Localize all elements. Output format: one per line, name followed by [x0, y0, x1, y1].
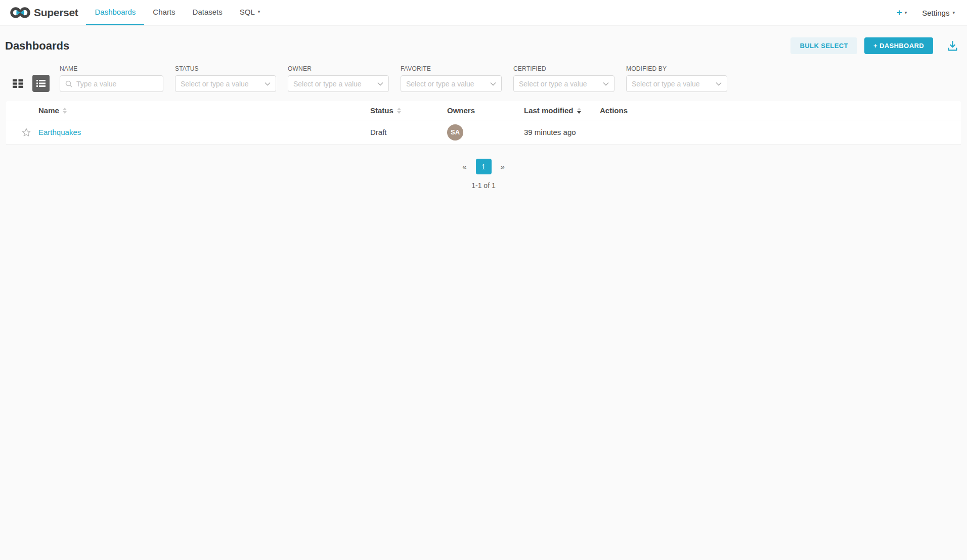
filter-modified-by: MODIFIED BY Select or type a value	[626, 65, 727, 92]
chevron-down-icon: ▾	[905, 11, 907, 15]
filter-modified-by-label: MODIFIED BY	[626, 65, 727, 72]
star-icon	[21, 127, 31, 137]
last-modified-value: 39 minutes ago	[524, 128, 576, 136]
filter-status: STATUS Select or type a value	[175, 65, 276, 92]
filter-owner: OWNER Select or type a value	[288, 65, 389, 92]
filter-name: NAME	[60, 65, 163, 92]
filter-certified: CERTIFIED Select or type a value	[513, 65, 614, 92]
page-header: Dashboards BULK SELECT + DASHBOARD	[0, 26, 967, 62]
modified-by-filter-select[interactable]: Select or type a value	[626, 75, 727, 92]
grid-view-icon	[13, 79, 23, 88]
certified-filter-select[interactable]: Select or type a value	[513, 75, 614, 92]
prev-page-button[interactable]: «	[458, 160, 470, 173]
table-header-row: Name Status Owners Last modified Actions	[6, 101, 961, 120]
filter-bar: NAME STATUS Select or type a value OWNER…	[0, 62, 967, 99]
pagination-summary: 1-1 of 1	[471, 181, 495, 190]
pager: « 1 »	[458, 159, 509, 174]
page-title: Dashboards	[5, 39, 69, 53]
owner-avatar: SA	[447, 124, 463, 141]
next-page-button[interactable]: »	[497, 160, 509, 173]
nav-item-dashboards[interactable]: Dashboards	[86, 0, 144, 25]
top-navbar: Superset Dashboards Charts Datasets SQL …	[0, 0, 967, 26]
filter-certified-label: CERTIFIED	[513, 65, 614, 72]
dashboards-table: Name Status Owners Last modified Actions	[6, 101, 961, 145]
column-header-name[interactable]: Name	[38, 106, 67, 115]
chevron-down-icon	[603, 82, 609, 86]
new-item-menu-button[interactable]: + ▾	[897, 7, 907, 18]
pagination: « 1 » 1-1 of 1	[0, 159, 967, 190]
add-dashboard-button[interactable]: + DASHBOARD	[864, 37, 933, 54]
list-view-icon	[35, 78, 47, 89]
chevron-down-icon	[490, 82, 496, 86]
nav-item-charts[interactable]: Charts	[144, 0, 184, 25]
sort-icon	[63, 108, 67, 114]
sort-icon	[397, 108, 401, 114]
import-dashboard-button[interactable]	[946, 39, 959, 52]
dashboard-link[interactable]: Earthquakes	[38, 128, 81, 136]
superset-logo[interactable]: Superset	[10, 0, 78, 25]
infinity-logo-icon	[10, 6, 30, 19]
chevron-down-icon: ▾	[952, 11, 955, 15]
nav-item-sql[interactable]: SQL ▾	[231, 0, 269, 25]
favorite-filter-select[interactable]: Select or type a value	[401, 75, 502, 92]
plus-icon: +	[897, 7, 902, 18]
column-header-owners: Owners	[447, 106, 475, 115]
search-icon	[65, 80, 72, 87]
table-row: Earthquakes Draft SA 39 minutes ago	[6, 120, 961, 145]
main-nav: Dashboards Charts Datasets SQL ▾	[86, 0, 269, 25]
column-header-status[interactable]: Status	[370, 106, 401, 115]
sort-desc-icon	[577, 108, 581, 114]
status-filter-select[interactable]: Select or type a value	[175, 75, 276, 92]
owner-filter-select[interactable]: Select or type a value	[288, 75, 389, 92]
list-view-toggle[interactable]	[32, 75, 50, 92]
chevron-down-icon	[716, 82, 722, 86]
filter-owner-label: OWNER	[288, 65, 389, 72]
filter-favorite: FAVORITE Select or type a value	[401, 65, 502, 92]
favorite-star-button[interactable]	[21, 127, 31, 137]
filter-status-label: STATUS	[175, 65, 276, 72]
chevron-down-icon: ▾	[258, 10, 260, 14]
settings-menu-button[interactable]: Settings ▾	[922, 9, 955, 17]
status-value: Draft	[370, 128, 387, 136]
header-actions: BULK SELECT + DASHBOARD	[790, 37, 959, 54]
filter-name-label: NAME	[60, 65, 163, 72]
card-view-toggle[interactable]	[9, 75, 26, 92]
chevron-down-icon	[377, 82, 383, 86]
column-header-actions: Actions	[600, 106, 628, 115]
view-toggles	[9, 75, 50, 92]
filter-favorite-label: FAVORITE	[401, 65, 502, 72]
download-icon	[946, 39, 959, 52]
bulk-select-button[interactable]: BULK SELECT	[790, 37, 857, 54]
chevron-down-icon	[265, 82, 271, 86]
page-1-button[interactable]: 1	[476, 159, 492, 174]
name-filter-input[interactable]	[76, 80, 158, 88]
nav-item-datasets[interactable]: Datasets	[184, 0, 231, 25]
name-filter-box[interactable]	[60, 75, 163, 92]
column-header-last-modified[interactable]: Last modified	[524, 106, 581, 115]
navbar-right: + ▾ Settings ▾	[897, 0, 955, 25]
brand-name: Superset	[34, 7, 78, 19]
